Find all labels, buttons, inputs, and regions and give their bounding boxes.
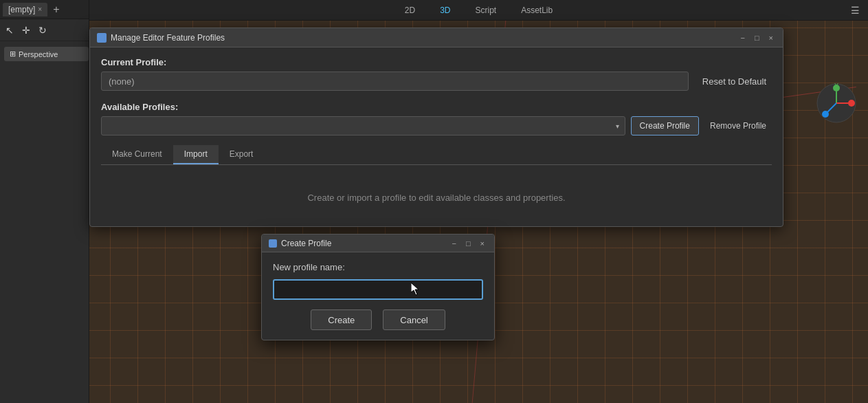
manage-dialog-body: Current Profile: (none) Reset to Default… <box>90 47 783 226</box>
manage-dialog-title: Manage Editor Feature Profiles <box>111 33 737 43</box>
svg-text:Y: Y <box>834 83 838 89</box>
btn-2d[interactable]: 2D <box>399 3 421 17</box>
manage-dialog-titlebar: Manage Editor Feature Profiles − □ × <box>90 28 783 47</box>
top-header: 2D 3D Script AssetLib ☰ <box>89 0 868 21</box>
svg-text:Z: Z <box>823 111 827 118</box>
perspective-label: Perspective <box>19 50 58 58</box>
scene-tab[interactable]: [empty] × <box>3 3 47 17</box>
header-menu-icon[interactable]: ☰ <box>851 5 860 16</box>
create-dialog-controls: − □ × <box>449 239 487 248</box>
grid-icon: ⊞ <box>10 50 16 58</box>
select-tool-icon[interactable]: ↖ <box>4 23 15 37</box>
create-dialog-body: New profile name: Create Cancel <box>262 252 494 340</box>
add-tab-button[interactable]: + <box>50 3 62 16</box>
new-profile-label: New profile name: <box>273 262 483 272</box>
create-dialog-titlebar: Create Profile − □ × <box>262 235 494 252</box>
rotate-tool-icon[interactable]: ↻ <box>37 23 48 37</box>
axis-svg: Y X Z <box>816 83 857 124</box>
perspective-button[interactable]: ⊞ Perspective <box>4 47 89 61</box>
editor-toolbar: ↖ ✛ ↻ <box>0 19 89 41</box>
current-profile-row: (none) Reset to Default <box>101 72 772 91</box>
profiles-dropdown[interactable]: ▾ <box>101 116 625 135</box>
scene-tab-close[interactable]: × <box>38 6 42 13</box>
tab-import[interactable]: Import <box>173 145 219 164</box>
create-minimize-button[interactable]: − <box>449 239 458 248</box>
create-dialog-buttons: Create Cancel <box>273 309 483 330</box>
svg-text:X: X <box>849 100 854 107</box>
move-tool-icon[interactable]: ✛ <box>21 23 32 37</box>
current-profile-value: (none) <box>101 72 689 91</box>
available-profiles-row: ▾ Create Profile Remove Profile <box>101 116 772 135</box>
btn-assetlib[interactable]: AssetLib <box>515 3 558 17</box>
create-dialog-title: Create Profile <box>281 239 449 248</box>
btn-3d[interactable]: 3D <box>434 3 456 17</box>
manage-minimize-button[interactable]: − <box>737 34 747 42</box>
reset-to-default-button[interactable]: Reset to Default <box>697 74 772 89</box>
manage-close-button[interactable]: × <box>766 34 776 42</box>
remove-profile-button[interactable]: Remove Profile <box>704 116 772 135</box>
left-sidebar: [empty] × + ↖ ✛ ↻ ⊞ Perspective <box>0 0 89 403</box>
create-maximize-button[interactable]: □ <box>463 239 474 248</box>
create-close-button[interactable]: × <box>478 239 487 248</box>
manage-dialog-controls: − □ × <box>737 34 776 42</box>
create-profile-dialog: Create Profile − □ × New profile name: C… <box>261 234 495 340</box>
manage-maximize-button[interactable]: □ <box>752 34 762 42</box>
manage-profiles-dialog: Manage Editor Feature Profiles − □ × Cur… <box>89 28 783 227</box>
new-profile-input[interactable] <box>273 279 483 300</box>
profile-tabs-row: Make Current Import Export <box>101 145 772 165</box>
current-profile-label: Current Profile: <box>101 57 772 67</box>
create-dialog-icon <box>269 239 277 248</box>
manage-dialog-icon <box>97 33 107 43</box>
tab-export[interactable]: Export <box>219 145 265 164</box>
axis-widget: Y X Z <box>816 83 857 124</box>
tab-make-current[interactable]: Make Current <box>101 145 173 164</box>
available-profiles-label: Available Profiles: <box>101 102 772 112</box>
scene-tab-label: [empty] <box>8 5 35 14</box>
btn-script[interactable]: Script <box>469 3 502 17</box>
dropdown-arrow-icon: ▾ <box>616 122 619 130</box>
create-profile-button[interactable]: Create Profile <box>631 116 699 135</box>
tab-bar: [empty] × + <box>0 0 89 19</box>
create-cancel-button[interactable]: Cancel <box>383 309 445 330</box>
profile-content-text: Create or import a profile to edit avail… <box>101 179 772 217</box>
create-confirm-button[interactable]: Create <box>311 309 372 330</box>
